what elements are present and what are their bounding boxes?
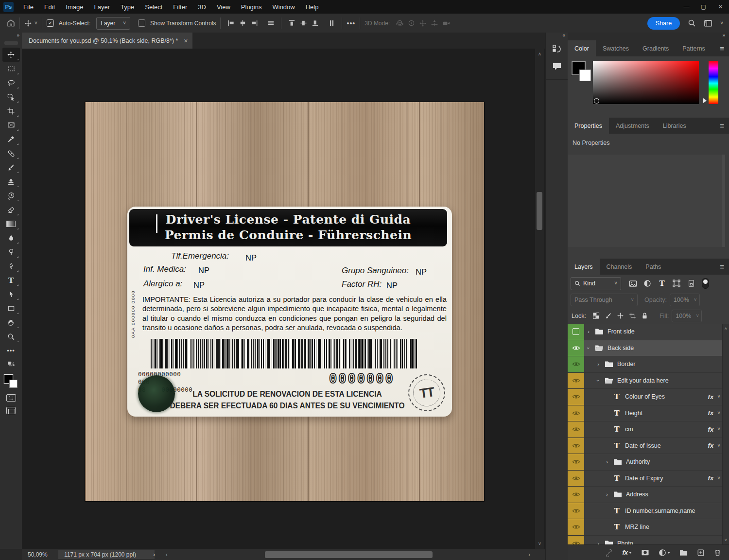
expand-chevron-icon[interactable]: › [605,491,609,497]
collapse-chevron-icon[interactable]: › [586,346,591,350]
properties-panel-menu-icon[interactable]: ≡ [720,118,729,134]
document-tab[interactable]: Documents for you.psd @ 50,1% (Back side… [22,33,192,49]
history-panel-icon[interactable] [546,40,568,58]
tab-libraries[interactable]: Libraries [656,118,693,134]
zoom-tool[interactable] [2,330,20,344]
layer-name[interactable]: Colour of Eyes [625,393,665,400]
lock-all-icon[interactable] [639,312,651,319]
filter-type-layers-icon[interactable]: T [656,279,668,288]
layer-row-back-side[interactable]: › Back side [568,340,729,357]
lock-position-icon[interactable] [614,312,626,319]
add-layer-style-icon[interactable]: fx [622,549,632,556]
eyedropper-tool[interactable] [2,132,20,146]
menu-help[interactable]: Help [300,0,324,14]
menu-layer[interactable]: Layer [89,0,116,14]
rectangle-tool[interactable] [2,301,20,315]
quick-mask-icon[interactable] [5,393,17,402]
toolbar-grip[interactable] [4,41,18,45]
visibility-toggle[interactable] [568,373,584,389]
visibility-toggle[interactable] [568,324,584,340]
saturation-brightness-field[interactable] [593,61,699,104]
canvas-vertical-scrollbar[interactable]: ˄ ˅ [535,49,544,549]
layer-row-height[interactable]: T Height fx˅ [568,405,729,422]
show-transform-checkbox[interactable] [138,19,145,27]
tab-patterns[interactable]: Patterns [676,40,712,56]
background-color-chip[interactable] [579,70,591,81]
layer-effects-badge[interactable]: fx [708,409,714,417]
filter-shape-layers-icon[interactable] [671,280,682,287]
opacity-dropdown[interactable]: 100% ˅ [670,294,700,306]
layer-row-colour-of-eyes[interactable]: T Colour of Eyes fx˅ [568,389,729,405]
menu-select[interactable]: Select [139,0,168,14]
scroll-left-icon[interactable]: ‹ [166,551,168,558]
layer-row-mrz-line[interactable]: T MRZ line [568,519,729,536]
visibility-toggle[interactable] [568,438,584,454]
layer-name[interactable]: ID number,surname,name [625,508,695,514]
scroll-down-icon[interactable]: ˅ [723,538,729,542]
layer-effects-badge[interactable]: fx [708,393,714,401]
filter-smart-objects-icon[interactable] [685,280,697,287]
layer-row-date-of-issue[interactable]: T Date of Issue fx˅ [568,438,729,455]
layer-name[interactable]: Back side [608,345,634,351]
pen-tool[interactable] [2,259,20,273]
scroll-right-icon[interactable]: › [528,551,530,558]
filter-kind-dropdown[interactable]: Kind ˅ [571,277,621,290]
rectangular-marquee-tool[interactable] [2,62,20,76]
gradient-tool[interactable] [2,217,20,231]
add-layer-mask-icon[interactable] [641,549,649,556]
layer-name[interactable]: Address [626,491,648,498]
filter-pixel-layers-icon[interactable] [627,280,639,287]
more-align-options-icon[interactable]: ••• [347,19,355,27]
edit-toolbar-icon[interactable]: ••• [2,344,20,358]
panel-expand-icon[interactable]: » [568,33,729,40]
minimize-button[interactable]: — [678,0,695,14]
new-adjustment-layer-icon[interactable] [659,549,670,557]
new-group-icon[interactable] [679,549,688,556]
lock-transparency-icon[interactable] [590,312,602,319]
menu-3d[interactable]: 3D [192,0,211,14]
layer-row-front-side[interactable]: › Front side [568,324,729,340]
menu-filter[interactable]: Filter [168,0,192,14]
filtering-toggle[interactable] [702,278,709,289]
move-tool-icon[interactable] [24,19,32,27]
align-right-edges-icon[interactable] [248,19,260,27]
effects-chevron-icon[interactable]: ˅ [717,394,720,399]
link-layers-icon[interactable] [605,549,613,557]
menu-type[interactable]: Type [115,0,139,14]
lock-artboard-icon[interactable] [626,312,639,319]
menu-window[interactable]: Window [267,0,300,14]
tab-channels[interactable]: Channels [600,259,639,275]
hue-slider[interactable] [709,61,718,104]
swap-colors-icon[interactable] [5,360,17,369]
layer-name[interactable]: Date of Issue [625,442,661,449]
filter-adjustment-layers-icon[interactable] [642,280,653,287]
visibility-toggle[interactable] [568,356,584,372]
menu-image[interactable]: Image [60,0,88,14]
dodge-tool[interactable] [2,245,20,259]
workspace-switcher-icon[interactable] [704,19,712,27]
layer-name[interactable]: Border [617,361,636,368]
status-popup-chevron-icon[interactable]: › [153,551,155,558]
history-brush-tool[interactable] [2,189,20,203]
workspace-chevron-icon[interactable]: ˅ [720,21,723,26]
crop-tool[interactable] [2,104,20,118]
layer-row-id-number[interactable]: T ID number,surname,name [568,503,729,520]
auto-select-checkbox[interactable]: ✓ [47,19,54,27]
tab-layers[interactable]: Layers [568,259,600,275]
layers-scrollbar[interactable]: ˄ ˅ [722,324,729,545]
tab-properties[interactable]: Properties [568,118,609,134]
distribute-horizontal-icon[interactable] [265,19,277,27]
visibility-toggle[interactable] [568,471,584,487]
layers-panel-menu-icon[interactable]: ≡ [720,259,729,275]
expand-chevron-icon[interactable]: › [596,361,601,367]
effects-chevron-icon[interactable]: ˅ [717,427,720,432]
visibility-toggle[interactable] [568,421,584,438]
blend-mode-dropdown[interactable]: Pass Through ˅ [571,294,638,306]
scroll-up-icon[interactable]: ˄ [535,52,544,57]
effects-chevron-icon[interactable]: ˅ [717,476,720,481]
search-icon[interactable] [688,19,696,27]
scroll-down-icon[interactable]: ˅ [535,541,544,546]
properties-scrollbar[interactable] [722,155,725,247]
effects-chevron-icon[interactable]: ˅ [717,411,720,416]
color-picker-marker[interactable] [594,98,599,104]
